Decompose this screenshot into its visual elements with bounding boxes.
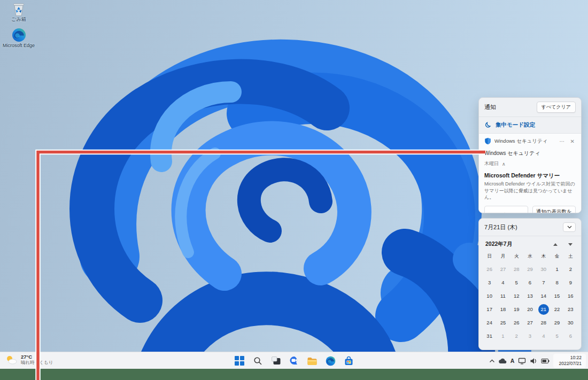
search-button[interactable]	[251, 354, 265, 368]
calendar-day[interactable]: 5	[550, 329, 563, 343]
weather-widget[interactable]: 27°C 晴れ時々くもり	[5, 354, 53, 366]
volume-icon[interactable]	[530, 358, 537, 365]
calendar-day[interactable]: 9	[564, 276, 577, 289]
notification-day-row[interactable]: 木曜日 ∧	[484, 160, 576, 167]
task-view-button[interactable]	[269, 354, 283, 368]
calendar-month-row: 2022年7月	[479, 236, 581, 250]
weather-condition: 晴れ時々くもり	[21, 360, 53, 365]
calendar-day[interactable]: 27	[523, 316, 537, 329]
recycle-bin-icon	[12, 2, 25, 16]
calendar-day[interactable]: 29	[523, 262, 537, 276]
notification-body: Microsoft Defender ウイルス対策で前回のサマリー以降に脅威は見…	[484, 181, 576, 201]
calendar-day[interactable]: 30	[564, 316, 577, 329]
calendar-day[interactable]: 28	[510, 262, 523, 276]
taskbar: 27°C 晴れ時々くもり	[0, 352, 588, 369]
calendar-day[interactable]: 27	[496, 262, 509, 276]
calendar-day[interactable]: 25	[496, 316, 509, 329]
calendar-day[interactable]: 17	[483, 303, 496, 316]
calendar-day[interactable]: 22	[550, 303, 563, 316]
calendar-day[interactable]: 13	[523, 289, 537, 303]
search-icon	[253, 356, 262, 366]
ime-mode-badge[interactable]: A	[510, 358, 515, 364]
calendar-day[interactable]: 26	[483, 262, 496, 276]
calendar-day[interactable]: 11	[496, 289, 509, 303]
next-month-icon[interactable]	[568, 243, 572, 246]
calendar-day[interactable]: 23	[564, 303, 577, 316]
calendar-day[interactable]: 10	[483, 289, 496, 303]
store-button[interactable]	[342, 354, 355, 368]
more-options-icon[interactable]: ⋯	[559, 138, 566, 144]
chevron-up-icon: ∧	[502, 161, 506, 167]
notification-actions: 閉じる 通知の表示数を減らす	[484, 206, 576, 213]
calendar-day[interactable]: 14	[537, 289, 550, 303]
desktop-icon-edge[interactable]: Microsoft Edge	[2, 27, 35, 50]
edge-button[interactable]	[323, 354, 337, 368]
dismiss-button[interactable]: 閉じる	[484, 206, 528, 213]
calendar-panel: 7月21日 (木) 2022年7月 日月火水木金土 26272829301234…	[478, 218, 582, 350]
weekday-label: 土	[564, 253, 577, 260]
edge-icon	[12, 28, 26, 42]
system-tray: A 10:22 2022/07/21	[489, 352, 586, 369]
calendar-day[interactable]: 4	[496, 276, 509, 289]
clock[interactable]: 10:22 2022/07/21	[553, 354, 586, 368]
calendar-day[interactable]: 1	[496, 329, 509, 343]
calendar-day[interactable]: 2	[564, 262, 577, 276]
close-icon[interactable]: ✕	[569, 138, 576, 144]
focus-assist-label: 集中モード設定	[496, 121, 535, 129]
weather-sun-cloud-icon	[5, 354, 17, 365]
calendar-day[interactable]: 28	[537, 316, 550, 329]
calendar-day[interactable]: 15	[550, 289, 563, 303]
network-icon[interactable]	[518, 358, 526, 365]
weekday-label: 月	[496, 253, 509, 260]
calendar-day[interactable]: 3	[483, 276, 496, 289]
file-explorer-button[interactable]	[305, 354, 319, 368]
clear-all-button[interactable]: すべてクリア	[537, 102, 576, 113]
battery-icon[interactable]	[541, 358, 550, 364]
weather-temp: 27°C	[21, 354, 53, 360]
store-icon	[344, 356, 354, 366]
clock-time: 10:22	[559, 355, 582, 361]
focus-assist-settings[interactable]: 集中モード設定	[479, 117, 581, 133]
edge-icon	[326, 356, 336, 366]
start-button[interactable]	[233, 354, 246, 368]
calendar-day[interactable]: 29	[550, 316, 563, 329]
windows-logo-icon	[235, 356, 244, 366]
calendar-day[interactable]: 12	[510, 289, 523, 303]
weekday-label: 木	[537, 253, 550, 260]
calendar-day[interactable]: 24	[483, 316, 496, 329]
calendar-collapse-button[interactable]	[563, 222, 576, 232]
chat-button[interactable]	[287, 354, 301, 368]
calendar-day[interactable]: 6	[523, 276, 537, 289]
weekday-label: 水	[523, 253, 537, 260]
calendar-day[interactable]: 30	[537, 262, 550, 276]
calendar-day[interactable]: 26	[510, 316, 523, 329]
calendar-day[interactable]: 8	[550, 276, 563, 289]
calendar-date-label: 7月21日 (木)	[484, 223, 517, 231]
prev-month-icon[interactable]	[553, 243, 558, 246]
calendar-day[interactable]: 3	[523, 329, 537, 343]
onedrive-icon[interactable]	[499, 358, 507, 364]
calendar-day[interactable]: 5	[510, 276, 523, 289]
calendar-day[interactable]: 2	[510, 329, 523, 343]
calendar-day[interactable]: 1	[550, 262, 563, 276]
folder-icon	[307, 356, 318, 366]
chat-icon	[289, 356, 299, 366]
calendar-day-selected[interactable]: 21	[537, 303, 550, 316]
calendar-day[interactable]: 19	[510, 303, 523, 316]
calendar-day[interactable]: 6	[564, 329, 577, 343]
calendar-day[interactable]: 16	[564, 289, 577, 303]
calendar-day[interactable]: 7	[537, 276, 550, 289]
calendar-grid: 2627282930123456789101112131415161718192…	[479, 262, 581, 343]
moon-icon	[484, 122, 491, 129]
reduce-notifications-button[interactable]: 通知の表示数を減らす	[532, 206, 576, 213]
desktop-icon-recycle-bin[interactable]: ごみ箱	[2, 1, 35, 24]
calendar-day[interactable]: 20	[523, 303, 537, 316]
desktop-icon-label: Microsoft Edge	[3, 43, 35, 49]
notification-header: 通知 すべてクリア	[479, 98, 581, 117]
calendar-day[interactable]: 4	[537, 329, 550, 343]
calendar-weekday-row: 日月火水木金土	[479, 253, 581, 260]
notification-card: Windows セキュリティ ⋯ ✕ Windows セキュリティ 木曜日 ∧ …	[479, 134, 581, 213]
hidden-icons-button[interactable]	[489, 359, 495, 363]
calendar-day[interactable]: 18	[496, 303, 509, 316]
calendar-day[interactable]: 31	[483, 329, 496, 343]
